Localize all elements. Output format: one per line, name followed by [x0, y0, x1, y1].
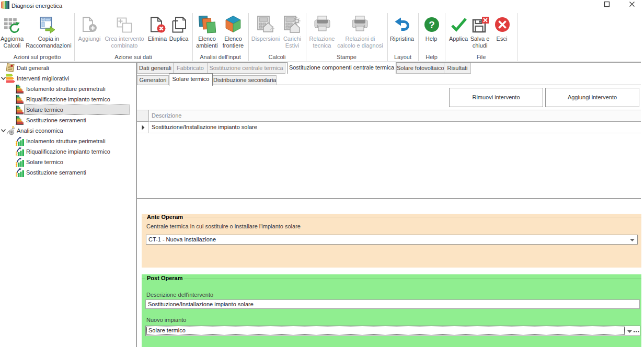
- svg-text:$: $: [16, 143, 18, 146]
- svg-text:?: ?: [429, 19, 435, 30]
- svg-text:$: $: [16, 174, 18, 177]
- svg-text:$: $: [16, 153, 18, 156]
- svg-text:$: $: [16, 164, 18, 167]
